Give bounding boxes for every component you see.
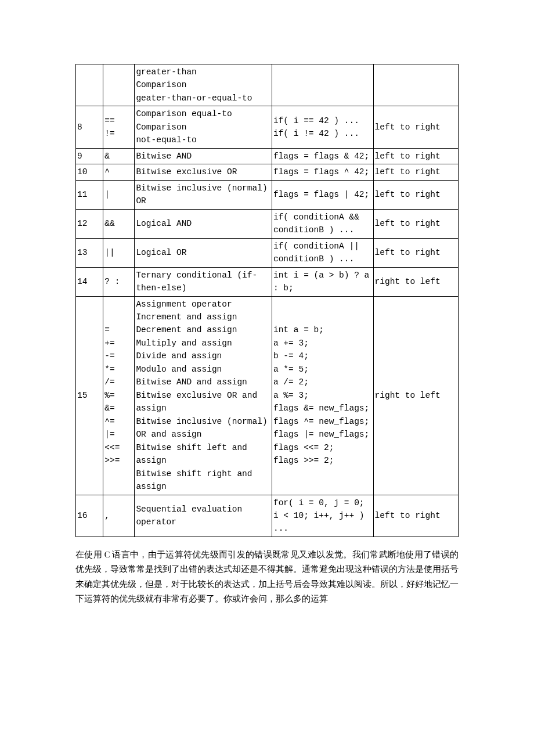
- description-cell: Bitwise exclusive OR: [135, 164, 272, 180]
- description-cell: greater-than Comparison geater-than-or-e…: [135, 64, 272, 106]
- table-row: 9&Bitwise ANDflags = flags & 42;left to …: [76, 148, 459, 164]
- operator-precedence-table: greater-than Comparison geater-than-or-e…: [75, 64, 459, 537]
- associativity-cell: left to right: [373, 148, 458, 164]
- associativity-cell: left to right: [373, 238, 458, 267]
- operator-cell: |: [103, 180, 135, 209]
- example-cell: if( i == 42 ) ... if( i != 42 ) ...: [272, 106, 373, 148]
- operator-cell: ? :: [103, 267, 135, 296]
- precedence-cell: 8: [76, 106, 103, 148]
- associativity-cell: [373, 64, 458, 106]
- example-cell: int i = (a > b) ? a : b;: [272, 267, 373, 296]
- operator-cell: ||: [103, 238, 135, 267]
- precedence-cell: [76, 64, 103, 106]
- example-cell: flags = flags | 42;: [272, 180, 373, 209]
- precedence-cell: 12: [76, 209, 103, 238]
- table-row: 16,Sequential evaluation operatorfor( i …: [76, 495, 459, 537]
- body-paragraph: 在使用 C 语言中，由于运算符优先级而引发的错误既常见又难以发觉。我们常武断地使…: [75, 548, 459, 607]
- operator-cell: = += -= *= /= %= &= ^= |= <<= >>=: [103, 296, 135, 495]
- table-row: 13||Logical ORif( conditionA || conditio…: [76, 238, 459, 267]
- table-row: 12&&Logical ANDif( conditionA && conditi…: [76, 209, 459, 238]
- description-cell: Bitwise AND: [135, 148, 272, 164]
- associativity-cell: left to right: [373, 180, 458, 209]
- associativity-cell: right to left: [373, 267, 458, 296]
- description-cell: Logical OR: [135, 238, 272, 267]
- operator-cell: [103, 64, 135, 106]
- associativity-cell: left to right: [373, 209, 458, 238]
- example-cell: if( conditionA || conditionB ) ...: [272, 238, 373, 267]
- description-cell: Bitwise inclusive (normal) OR: [135, 180, 272, 209]
- example-cell: int a = b; a += 3; b -= 4; a *= 5; a /= …: [272, 296, 373, 495]
- associativity-cell: left to right: [373, 106, 458, 148]
- operator-cell: ,: [103, 495, 135, 537]
- precedence-cell: 16: [76, 495, 103, 537]
- description-cell: Ternary conditional (if-then-else): [135, 267, 272, 296]
- associativity-cell: right to left: [373, 296, 458, 495]
- table-row: greater-than Comparison geater-than-or-e…: [76, 64, 459, 106]
- operator-cell: == !=: [103, 106, 135, 148]
- table-row: 14? :Ternary conditional (if-then-else)i…: [76, 267, 459, 296]
- table-row: 8== !=Comparison equal-to Comparison not…: [76, 106, 459, 148]
- example-cell: flags = flags ^ 42;: [272, 164, 373, 180]
- description-cell: Logical AND: [135, 209, 272, 238]
- example-cell: if( conditionA && conditionB ) ...: [272, 209, 373, 238]
- operator-cell: ^: [103, 164, 135, 180]
- operator-cell: &: [103, 148, 135, 164]
- precedence-cell: 10: [76, 164, 103, 180]
- table-row: 10^Bitwise exclusive ORflags = flags ^ 4…: [76, 164, 459, 180]
- table-row: 11|Bitwise inclusive (normal) ORflags = …: [76, 180, 459, 209]
- description-cell: Assignment operator Increment and assign…: [135, 296, 272, 495]
- associativity-cell: left to right: [373, 164, 458, 180]
- table-row: 15= += -= *= /= %= &= ^= |= <<= >>=Assig…: [76, 296, 459, 495]
- description-cell: Sequential evaluation operator: [135, 495, 272, 537]
- operator-cell: &&: [103, 209, 135, 238]
- precedence-cell: 13: [76, 238, 103, 267]
- precedence-cell: 14: [76, 267, 103, 296]
- example-cell: [272, 64, 373, 106]
- description-cell: Comparison equal-to Comparison not-equal…: [135, 106, 272, 148]
- precedence-cell: 11: [76, 180, 103, 209]
- precedence-cell: 15: [76, 296, 103, 495]
- example-cell: for( i = 0, j = 0; i < 10; i++, j++ ) ..…: [272, 495, 373, 537]
- precedence-cell: 9: [76, 148, 103, 164]
- associativity-cell: left to right: [373, 495, 458, 537]
- example-cell: flags = flags & 42;: [272, 148, 373, 164]
